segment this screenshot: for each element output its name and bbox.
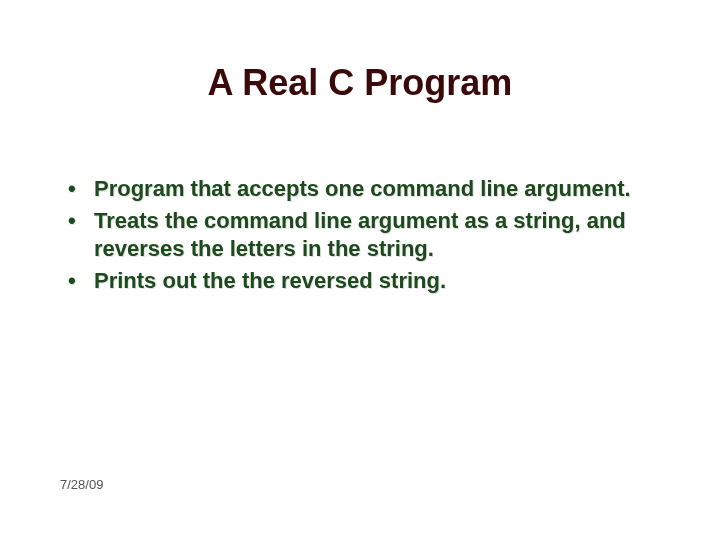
slide: A Real C Program Program that accepts on… [0, 0, 720, 540]
slide-title: A Real C Program [0, 62, 720, 104]
footer-date: 7/28/09 [60, 477, 103, 492]
list-item: Treats the command line argument as a st… [60, 207, 660, 263]
list-item: Prints out the the reversed string. [60, 267, 660, 295]
slide-body: Program that accepts one command line ar… [60, 175, 660, 300]
bullet-list: Program that accepts one command line ar… [60, 175, 660, 296]
list-item: Program that accepts one command line ar… [60, 175, 660, 203]
